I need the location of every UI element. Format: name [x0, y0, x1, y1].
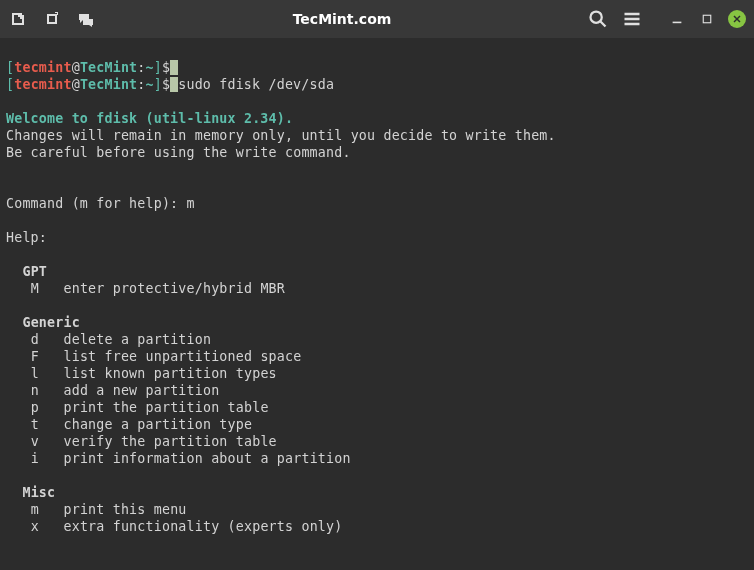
titlebar: TecMint.com [0, 0, 754, 38]
svg-rect-5 [673, 22, 682, 24]
svg-rect-6 [703, 15, 711, 23]
prompt-line-2: [tecmint@TecMint:~]$sudo fdisk /dev/sda [6, 77, 334, 92]
help-item: v verify the partition table [6, 434, 277, 449]
help-item: i print information about a partition [6, 451, 351, 466]
svg-rect-4 [625, 23, 640, 26]
prompt-line-1: [tecmint@TecMint:~]$ [6, 60, 178, 75]
section-generic-title: Generic [6, 315, 80, 330]
svg-rect-3 [625, 18, 640, 21]
section-misc-title: Misc [6, 485, 55, 500]
minimize-button[interactable] [668, 10, 686, 28]
help-item: x extra functionality (experts only) [6, 519, 342, 534]
welcome-text: Welcome to fdisk (util-linux 2.34). [6, 111, 293, 126]
svg-rect-2 [625, 13, 640, 16]
titlebar-right [588, 9, 746, 29]
info-text-1: Changes will remain in memory only, unti… [6, 128, 556, 143]
help-item: d delete a partition [6, 332, 211, 347]
svg-point-0 [591, 12, 602, 23]
menu-icon[interactable] [622, 9, 642, 29]
command-text: sudo fdisk /dev/sda [178, 77, 334, 92]
help-item: l list known partition types [6, 366, 277, 381]
new-window-icon[interactable] [42, 9, 62, 29]
help-item: M enter protective/hybrid MBR [6, 281, 285, 296]
titlebar-left [8, 9, 96, 29]
help-item: n add a new partition [6, 383, 219, 398]
help-label: Help: [6, 230, 47, 245]
new-tab-icon[interactable] [8, 9, 28, 29]
window-controls [668, 10, 746, 28]
info-text-2: Be careful before using the write comman… [6, 145, 351, 160]
help-item: p print the partition table [6, 400, 269, 415]
command-prompt: Command (m for help): m [6, 196, 195, 211]
cursor-icon [170, 60, 178, 75]
svg-line-1 [601, 22, 606, 27]
help-item: t change a partition type [6, 417, 252, 432]
close-button[interactable] [728, 10, 746, 28]
section-gpt-title: GPT [6, 264, 47, 279]
maximize-button[interactable] [698, 10, 716, 28]
terminal-content[interactable]: [tecmint@TecMint:~]$ [tecmint@TecMint:~]… [0, 38, 754, 539]
window-title: TecMint.com [96, 11, 588, 27]
help-item: F list free unpartitioned space [6, 349, 301, 364]
search-icon[interactable] [588, 9, 608, 29]
help-item: m print this menu [6, 502, 187, 517]
chat-icon[interactable] [76, 9, 96, 29]
